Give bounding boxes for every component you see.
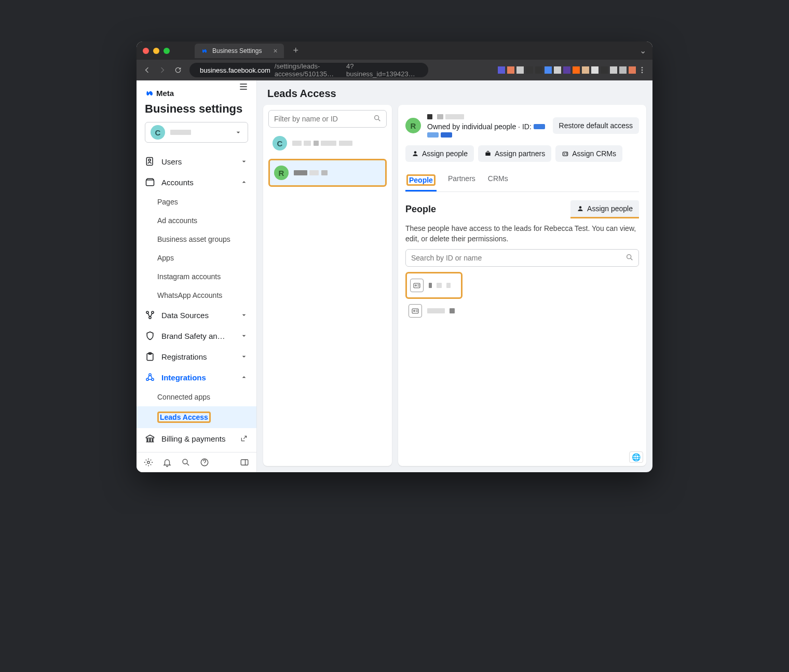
sidebar-item-apps[interactable]: Apps [137, 249, 256, 267]
sidebar-item-brand-safety[interactable]: Brand Safety and Suitabi… [137, 325, 256, 346]
ext-icon[interactable] [582, 66, 589, 74]
assign-people-button-2[interactable]: Assign people [570, 200, 639, 218]
list-item-selected[interactable]: R [268, 159, 387, 187]
btn-label: Assign partners [495, 149, 545, 158]
restore-default-button[interactable]: Restore default access [553, 117, 639, 134]
sidebar-item-integrations[interactable]: Integrations [137, 367, 256, 388]
nav-label: Data Sources [161, 311, 209, 320]
tab-partners[interactable]: Partners [447, 170, 477, 191]
close-tab-icon[interactable]: × [273, 47, 277, 55]
bank-icon [145, 433, 155, 444]
ext-icon[interactable] [573, 66, 580, 74]
ext-icon[interactable] [601, 66, 608, 74]
address-bar[interactable]: business.facebook.com/settings/leads-acc… [189, 63, 428, 77]
close-window-icon[interactable] [143, 48, 149, 54]
sidebar-item-ad-accounts[interactable]: Ad accounts [137, 211, 256, 230]
sidebar-item-instagram[interactable]: Instagram accounts [137, 267, 256, 286]
ext-icon[interactable] [563, 66, 570, 74]
new-tab-icon[interactable]: + [293, 45, 299, 56]
sidebar-item-billing[interactable]: Billing & payments [137, 428, 256, 449]
people-search-input[interactable] [405, 249, 639, 267]
ext-icon[interactable] [629, 66, 636, 74]
crm-icon [562, 150, 569, 157]
ext-icon[interactable] [535, 66, 542, 74]
meta-favicon-icon [201, 47, 208, 54]
ext-icon[interactable] [516, 66, 524, 74]
ext-icon[interactable] [498, 66, 505, 74]
account-name-redacted [170, 130, 191, 135]
help-icon[interactable] [200, 458, 209, 467]
detail-tabs: People Partners CRMs [405, 170, 639, 192]
person-row[interactable] [405, 299, 639, 323]
data-sources-icon [145, 310, 155, 320]
nav-label: Apps [157, 254, 174, 262]
list-item[interactable]: C [268, 131, 387, 156]
item-name-redacted [294, 168, 328, 177]
sidebar-item-accounts[interactable]: Accounts [137, 172, 256, 193]
nav-label: Connected apps [157, 393, 210, 401]
sidebar-item-data-sources[interactable]: Data Sources [137, 305, 256, 325]
svg-point-2 [642, 72, 643, 73]
clipboard-icon [145, 351, 155, 362]
item-avatar: R [274, 166, 289, 180]
filter-input[interactable] [268, 110, 387, 128]
forward-icon[interactable] [158, 66, 167, 74]
nav-label: Billing & payments [161, 434, 225, 443]
nav-label: Ad accounts [157, 216, 197, 225]
reload-icon[interactable] [174, 66, 182, 74]
bell-icon[interactable] [162, 458, 172, 467]
svg-point-22 [375, 116, 379, 120]
tab-people[interactable]: People [405, 170, 437, 191]
ext-icon[interactable] [526, 66, 533, 74]
external-link-icon [240, 434, 248, 443]
section-description: These people have access to the leads fo… [405, 224, 639, 244]
maximize-window-icon[interactable] [164, 48, 170, 54]
ext-icon[interactable] [545, 66, 552, 74]
search-icon[interactable] [181, 458, 191, 467]
person-row-highlighted[interactable] [405, 272, 462, 299]
globe-icon[interactable]: 🌐 [629, 451, 643, 463]
chevron-down-icon [240, 311, 248, 319]
browser-tab[interactable]: Business Settings × [195, 44, 284, 58]
integrations-icon [145, 372, 155, 382]
highlighted-label: Leads Access [157, 412, 211, 423]
window-chevron-icon[interactable]: ⌄ [640, 46, 646, 56]
sidebar-item-connected-apps[interactable]: Connected apps [137, 388, 256, 406]
tab-crms[interactable]: CRMs [487, 170, 509, 191]
window-controls[interactable] [143, 48, 170, 54]
chevron-down-icon [240, 352, 248, 361]
back-icon[interactable] [143, 66, 151, 74]
account-avatar: C [151, 125, 165, 140]
svg-point-23 [414, 151, 417, 154]
ext-icon[interactable] [507, 66, 514, 74]
svg-point-28 [627, 255, 631, 259]
assign-partners-button[interactable]: Assign partners [478, 145, 551, 162]
tab-title: Business Settings [212, 47, 262, 54]
assign-crms-button[interactable]: Assign CRMs [555, 145, 622, 162]
meta-logo: Meta [145, 88, 248, 98]
assign-people-button[interactable]: Assign people [405, 145, 474, 162]
sidebar-item-leads-access[interactable]: Leads Access [137, 406, 256, 428]
sidebar-item-registrations[interactable]: Registrations [137, 346, 256, 367]
url-suffix: 4?business_id=139423… [346, 62, 415, 78]
section-title: People [405, 204, 436, 215]
panel-icon[interactable] [240, 458, 249, 467]
chevron-up-icon [240, 373, 248, 381]
ext-icon[interactable] [610, 66, 617, 74]
account-switcher[interactable]: C [145, 122, 248, 143]
briefcase-icon [484, 150, 492, 157]
gear-icon[interactable] [144, 458, 153, 467]
sidebar-item-pages[interactable]: Pages [137, 193, 256, 211]
browser-menu-icon[interactable] [638, 66, 646, 74]
sidebar-item-whatsapp[interactable]: WhatsApp Accounts [137, 286, 256, 305]
detail-avatar: R [405, 118, 421, 133]
ext-icon[interactable] [619, 66, 627, 74]
search-icon [373, 114, 382, 122]
sidebar-item-users[interactable]: Users [137, 151, 256, 172]
ext-icon[interactable] [591, 66, 598, 74]
sidebar-item-asset-groups[interactable]: Business asset groups [137, 230, 256, 249]
browser-toolbar: business.facebook.com/settings/leads-acc… [137, 60, 652, 80]
ext-icon[interactable] [554, 66, 561, 74]
minimize-window-icon[interactable] [153, 48, 159, 54]
hamburger-icon[interactable] [238, 81, 249, 92]
